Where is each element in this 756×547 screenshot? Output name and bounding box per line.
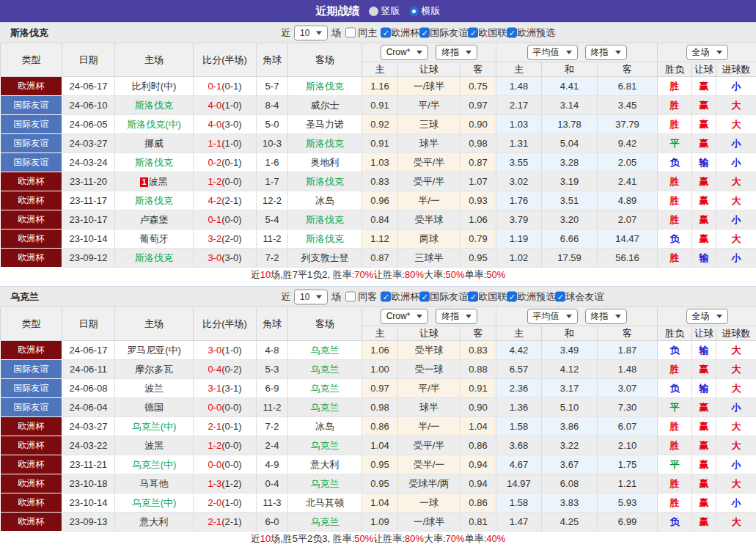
match-score: 3-2(2-0) <box>194 230 257 249</box>
matches-body: 欧洲杯24-06-17罗马尼亚(中)3-0(1-0)4-8乌克兰1.06受半球0… <box>1 341 756 532</box>
corner-count: 7-2 <box>257 417 288 436</box>
section-header-bar: 乌克兰 近 10 场 同客 ✓欧洲杯✓国际友谊✓欧国联✓欧洲预选✓球会友谊 <box>0 286 756 306</box>
final-odds-select[interactable]: 终指 <box>585 309 627 324</box>
result-handicap: 赢 <box>692 230 716 249</box>
handicap-line: 一/球半 <box>398 513 460 532</box>
summary-text: 80% <box>405 269 424 280</box>
home-win-odds: 3.55 <box>496 153 542 172</box>
away-handicap-odds: 1.04 <box>460 417 496 436</box>
summary-text: 10 <box>260 269 271 280</box>
average-odds-select[interactable]: 平均值 <box>527 309 578 324</box>
match-score: 1-2(0-0) <box>194 436 257 455</box>
same-venue-checkbox[interactable]: 同主 <box>345 26 377 40</box>
team-section: 斯洛伐克 近 10 场 同主 ✓欧洲杯✓国际友谊✓欧国联✓欧洲预选 <box>0 22 756 286</box>
competition-label: 欧洲杯 <box>391 26 419 40</box>
draw-odds: 4.12 <box>542 360 598 379</box>
draw-odds: 3.67 <box>542 455 598 474</box>
home-handicap-odds: 0.86 <box>362 417 398 436</box>
match-row: 欧洲杯23-10-14乌克兰(中)2-0(1-0)11-3北马其顿1.04一球0… <box>1 493 756 513</box>
competition-checkbox[interactable]: ✓球会友谊 <box>555 290 603 304</box>
recent-count-select[interactable]: 10 <box>294 25 328 40</box>
final-odds-select[interactable]: 终指 <box>436 45 477 60</box>
result-handicap: 输 <box>692 249 716 268</box>
match-row: 国际友谊24-03-24斯洛伐克0-2(0-1)1-6奥地利1.03受平/半0.… <box>1 153 756 172</box>
select-value: 终指 <box>441 310 459 323</box>
checkbox-icon: ✓ <box>381 28 391 38</box>
competition-label: 国际友谊 <box>430 290 468 304</box>
away-win-odds: 6.99 <box>598 513 658 532</box>
competition-checkbox[interactable]: ✓欧国联 <box>468 26 507 40</box>
sub-column-header: 客 <box>460 62 496 77</box>
team-name: 乌克兰 <box>10 290 39 304</box>
chevron-down-icon <box>716 51 722 54</box>
home-win-odds: 3.02 <box>496 172 542 191</box>
match-score: 0-1(0-1) <box>194 77 257 96</box>
away-win-odds: 2.10 <box>598 436 658 455</box>
result-win-draw-loss: 平 <box>658 134 692 153</box>
away-win-odds: 4.89 <box>598 191 658 210</box>
competition-checkbox[interactable]: ✓国际友谊 <box>419 26 468 40</box>
competition-checkbox[interactable]: ✓欧洲预选 <box>507 26 555 40</box>
match-row: 欧洲杯24-03-27乌克兰(中)2-1(0-1)7-2冰岛0.86半/一1.0… <box>1 417 756 436</box>
horizontal-layout-radio[interactable]: 横版 <box>409 4 441 18</box>
competition-checkbox[interactable]: ✓欧洲杯 <box>381 26 419 40</box>
competition-checkbox[interactable]: ✓欧洲预选 <box>507 290 555 304</box>
column-header: 比分(半场) <box>194 43 257 77</box>
chevron-down-icon <box>615 51 621 54</box>
final-odds-select[interactable]: 终指 <box>585 45 627 60</box>
result-goals: 小 <box>716 249 756 268</box>
select-value: 平均值 <box>533 310 559 323</box>
home-team: 波黑 <box>115 436 194 455</box>
same-venue-checkbox[interactable]: 同客 <box>345 290 377 304</box>
away-handicap-odds: 0.86 <box>460 436 496 455</box>
bookmaker-select[interactable]: Crow* <box>381 45 429 60</box>
result-goals: 小 <box>716 455 756 474</box>
recent-count-select[interactable]: 10 <box>294 289 328 304</box>
away-win-odds: 37.79 <box>598 115 658 134</box>
chevron-down-icon <box>316 31 322 34</box>
final-odds-select[interactable]: 终指 <box>436 309 477 324</box>
home-team: 斯洛伐克 <box>115 249 194 268</box>
corner-count: 8-4 <box>257 96 288 115</box>
full-match-select[interactable]: 全场 <box>686 45 728 60</box>
match-date: 23-11-17 <box>62 191 115 210</box>
result-goals: 大 <box>716 379 756 398</box>
result-win-draw-loss: 胜 <box>658 115 692 134</box>
chevron-down-icon <box>566 51 572 54</box>
competition-checkbox[interactable]: ✓国际友谊 <box>419 290 468 304</box>
recent-label: 近 <box>281 26 290 40</box>
match-row: 欧洲杯24-03-22波黑1-2(0-0)2-4乌克兰1.04受平/半0.863… <box>1 436 756 455</box>
handicap-line: 受平/半 <box>398 436 460 455</box>
competition-label: 欧洲预选 <box>517 290 555 304</box>
select-value: 终指 <box>441 46 459 59</box>
home-win-odds: 2.36 <box>496 379 542 398</box>
competition-checkbox[interactable]: ✓欧洲杯 <box>381 290 419 304</box>
match-score: 0-0(0-0) <box>194 398 257 417</box>
home-handicap-odds: 1.09 <box>362 513 398 532</box>
match-date: 23-09-12 <box>62 249 115 268</box>
draw-odds: 6.08 <box>542 474 598 493</box>
summary-text: 40% <box>486 533 505 544</box>
vertical-layout-radio[interactable]: 竖版 <box>369 4 400 18</box>
select-value: 终指 <box>591 310 609 323</box>
result-win-draw-loss: 胜 <box>658 474 692 493</box>
handicap-odds-group-header: Crow*终指 <box>362 307 496 326</box>
result-handicap: 赢 <box>692 417 716 436</box>
match-date: 24-06-05 <box>62 115 115 134</box>
vertical-layout-label: 竖版 <box>381 4 400 18</box>
bookmaker-select[interactable]: Crow* <box>381 309 429 324</box>
average-odds-select[interactable]: 平均值 <box>527 45 578 60</box>
away-team: 北马其顿 <box>288 493 362 513</box>
result-win-draw-loss: 胜 <box>658 96 692 115</box>
match-date: 23-11-20 <box>62 172 115 191</box>
chevron-down-icon <box>416 51 422 54</box>
competition-checkbox[interactable]: ✓欧国联 <box>468 290 507 304</box>
result-handicap: 赢 <box>692 360 716 379</box>
column-header: 比分(半场) <box>194 307 257 341</box>
corner-count: 1-7 <box>257 172 288 191</box>
match-type-badge: 欧洲杯 <box>1 172 62 191</box>
away-win-odds: 7.30 <box>598 398 658 417</box>
corner-count: 0-4 <box>257 474 288 493</box>
summary-text: 80% <box>405 533 424 544</box>
full-match-select[interactable]: 全场 <box>686 309 728 324</box>
